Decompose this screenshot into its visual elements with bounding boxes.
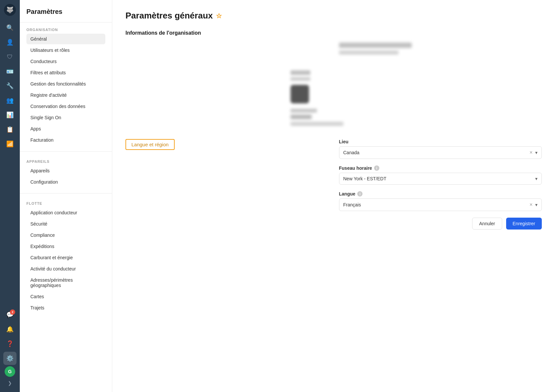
divider-appareils	[20, 151, 112, 152]
section-label-flotte: FLOTTE	[26, 201, 105, 205]
language-value: Français	[343, 202, 530, 207]
lieu-select[interactable]: Canada × ▾	[339, 146, 542, 159]
nav-collapse[interactable]: ❯	[3, 378, 17, 388]
timezone-group: Fuseau horaire i New York - EST/EDT ▾	[339, 165, 542, 185]
divider-flotte	[20, 193, 112, 194]
language-form-panel: Lieu Canada × ▾ Fuseau horaire i New Yor…	[339, 139, 542, 230]
sidebar-item-geo[interactable]: Adresses/périmètres géographiques	[26, 275, 105, 291]
sidebar-item-fuel[interactable]: Carburant et énergie	[26, 252, 105, 263]
nav-id-card[interactable]: 🪪	[3, 65, 17, 78]
language-region-left: Langue et région	[125, 139, 329, 155]
sidebar-item-conductors[interactable]: Conducteurs	[26, 56, 105, 67]
nav-people[interactable]: 👥	[3, 94, 17, 107]
sidebar-section-flotte: FLOTTE Application conducteur Sécurité C…	[20, 196, 112, 316]
nav-chart[interactable]: 📊	[3, 108, 17, 122]
nav-user[interactable]: 👤	[3, 36, 17, 49]
sidebar-item-general[interactable]: Général	[26, 34, 105, 44]
sidebar-item-billing[interactable]: Facturation	[26, 135, 105, 145]
blurred-logo	[291, 85, 309, 103]
sidebar-item-apps[interactable]: Apps	[26, 124, 105, 134]
form-actions: Annuler Enregistrer	[339, 218, 542, 230]
sidebar-item-filters[interactable]: Filtres et attributs	[26, 67, 105, 78]
user-avatar[interactable]: G	[5, 366, 15, 377]
timezone-label: Fuseau horaire i	[339, 165, 542, 171]
sidebar-item-devices[interactable]: Appareils	[26, 165, 105, 176]
timezone-arrow-icon[interactable]: ▾	[535, 176, 538, 181]
blurred-org-name	[339, 43, 412, 48]
sidebar-item-security[interactable]: Sécurité	[26, 219, 105, 229]
nav-clipboard[interactable]: 📋	[3, 123, 17, 136]
lieu-value: Canada	[343, 150, 530, 155]
sidebar-item-maps[interactable]: Cartes	[26, 291, 105, 302]
blurred-logo-sublabel	[291, 77, 310, 81]
app-logo[interactable]: 🐺	[4, 4, 16, 16]
cancel-button[interactable]: Annuler	[472, 218, 502, 230]
blurred-profile-label	[291, 109, 317, 113]
sidebar-item-trips[interactable]: Trajets	[26, 303, 105, 313]
section-label-organisation: ORGANISATION	[26, 28, 105, 32]
nav-chat[interactable]: 💬 2	[3, 308, 17, 321]
section-label-appareils: APPAREILS	[26, 160, 105, 163]
page-title: Paramètres généraux ☆	[125, 11, 542, 21]
nav-shield[interactable]: 🛡	[3, 50, 17, 63]
blurred-profile-subtext	[291, 122, 343, 126]
sidebar-item-users-roles[interactable]: Utilisateurs et rôles	[26, 45, 105, 55]
lieu-clear-btn[interactable]: ×	[530, 150, 533, 156]
sidebar-item-data-retention[interactable]: Conservation des données	[26, 101, 105, 112]
lieu-group: Lieu Canada × ▾	[339, 139, 542, 159]
timezone-info-icon[interactable]: i	[374, 165, 379, 171]
language-region-section: Langue et région Lieu Canada × ▾ Fuseau …	[125, 139, 542, 230]
sidebar-section-appareils: APPAREILS Appareils Configuration	[20, 154, 112, 191]
language-info-icon[interactable]: i	[357, 191, 363, 196]
sidebar-item-sso[interactable]: Single Sign On	[26, 112, 105, 123]
blurred-logo-label	[291, 70, 310, 75]
favorite-star[interactable]: ☆	[216, 12, 222, 20]
icon-nav: 🐺 🔍 👤 🛡 🪪 🔧 👥 📊 📋 📶 💬 2 🔔 ❓ ⚙️ G ❯	[0, 0, 20, 392]
language-clear-btn[interactable]: ×	[530, 202, 533, 208]
language-label: Langue i	[339, 191, 542, 196]
lieu-label: Lieu	[339, 139, 542, 144]
main-content: Paramètres généraux ☆ Informations de l'…	[112, 0, 555, 392]
timezone-value: New York - EST/EDT	[343, 176, 536, 181]
nav-settings[interactable]: ⚙️	[3, 352, 17, 365]
chat-badge: 2	[10, 309, 15, 315]
sidebar-item-features[interactable]: Gestion des fonctionnalités	[26, 79, 105, 89]
language-select[interactable]: Français × ▾	[339, 198, 542, 211]
lieu-arrow-icon[interactable]: ▾	[535, 150, 538, 155]
timezone-select[interactable]: New York - EST/EDT ▾	[339, 173, 542, 185]
org-section-heading: Informations de l'organisation	[125, 30, 542, 36]
nav-bell[interactable]: 🔔	[3, 323, 17, 336]
sidebar-title: Paramètres	[20, 0, 112, 22]
sidebar-item-expeditions[interactable]: Expéditions	[26, 241, 105, 252]
sidebar-item-driver-app[interactable]: Application conducteur	[26, 207, 105, 218]
blurred-org-sub	[339, 51, 399, 54]
sidebar-section-organisation: ORGANISATION Général Utilisateurs et rôl…	[20, 22, 112, 149]
nav-search[interactable]: 🔍	[3, 21, 17, 34]
sidebar-item-activity[interactable]: Registre d'activité	[26, 90, 105, 100]
nav-wrench[interactable]: 🔧	[3, 79, 17, 92]
save-button[interactable]: Enregistrer	[506, 218, 542, 230]
nav-bars[interactable]: 📶	[3, 137, 17, 151]
sidebar: Paramètres ORGANISATION Général Utilisat…	[20, 0, 112, 392]
language-region-label: Langue et région	[125, 139, 175, 150]
blurred-profile-sublabel	[291, 115, 312, 119]
language-arrow-icon[interactable]: ▾	[535, 202, 538, 207]
nav-help[interactable]: ❓	[3, 337, 17, 350]
sidebar-item-config[interactable]: Configuration	[26, 177, 105, 187]
org-info-section: Informations de l'organisation	[125, 30, 542, 126]
sidebar-item-driver-activity[interactable]: Activité du conducteur	[26, 264, 105, 274]
language-group: Langue i Français × ▾	[339, 191, 542, 211]
org-blurred-fields	[339, 43, 542, 62]
sidebar-item-compliance[interactable]: Compliance	[26, 230, 105, 240]
